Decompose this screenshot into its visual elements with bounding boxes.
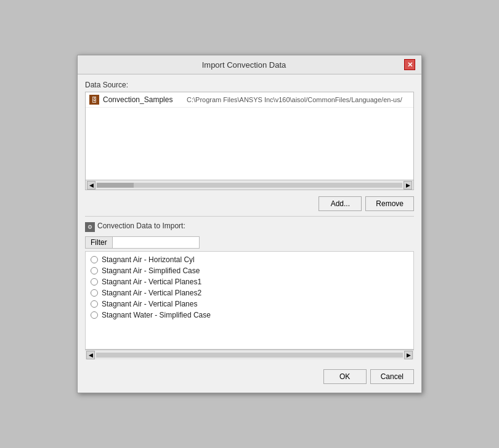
list-scroll-left-arrow[interactable]: ◀ [86,351,95,359]
filter-row: Filter [85,236,200,249]
radio-button[interactable] [91,311,98,319]
list-item[interactable]: Stagnant Air - Vertical Planes [86,298,413,310]
list-scroll-right-arrow[interactable]: ▶ [404,351,413,359]
convection-section: ⚙ Convection Data to Import: Filter Stag… [85,216,414,359]
convection-items-list[interactable]: Stagnant Air - Horizontal Cyl Stagnant A… [85,251,414,350]
radio-button[interactable] [91,256,98,263]
item-label: Stagnant Air - Vertical Planes2 [102,289,201,297]
add-button[interactable]: Add... [318,196,362,211]
datasource-icon: 🗄 [89,95,99,105]
radio-button[interactable] [91,289,98,297]
scroll-track[interactable] [97,183,402,188]
dialog-title: Import Convection Data [84,60,404,70]
datasource-scroll-area [86,108,413,180]
list-scroll-track[interactable] [96,353,403,358]
list-item[interactable]: Stagnant Water - Simplified Case [86,310,413,321]
datasource-name: Convection_Samples [103,95,183,104]
close-button[interactable]: ✕ [404,59,415,70]
import-convection-dialog: Import Convection Data ✕ Data Source: 🗄 … [77,55,422,393]
add-remove-buttons: Add... Remove [85,196,414,211]
cancel-button[interactable]: Cancel [370,369,414,384]
scroll-thumb [97,183,134,188]
filter-button[interactable]: Filter [86,237,113,248]
data-source-section: Data Source: 🗄 Convection_Samples C:\Pro… [85,81,414,190]
item-label: Stagnant Air - Simplified Case [102,266,200,275]
list-item[interactable]: Stagnant Air - Vertical Planes2 [86,287,413,298]
filter-input[interactable] [113,237,199,248]
list-item[interactable]: Stagnant Air - Simplified Case [86,265,413,276]
item-label: Stagnant Air - Vertical Planes1 [102,278,201,286]
datasource-path: C:\Program Files\ANSYS Inc\v160\aisol/Co… [187,96,402,103]
radio-button[interactable] [91,278,98,286]
item-label: Stagnant Air - Vertical Planes [102,300,197,308]
list-item[interactable]: Stagnant Air - Vertical Planes1 [86,276,413,287]
radio-button[interactable] [91,300,98,308]
data-source-row[interactable]: 🗄 Convection_Samples C:\Program Files\AN… [86,92,413,108]
data-source-label: Data Source: [85,81,414,89]
item-label: Stagnant Water - Simplified Case [102,311,211,319]
dialog-body: Data Source: 🗄 Convection_Samples C:\Pro… [78,74,421,393]
title-bar: Import Convection Data ✕ [78,55,421,74]
convection-icon: ⚙ [85,222,95,232]
scroll-right-arrow[interactable]: ▶ [404,181,412,190]
remove-button[interactable]: Remove [365,196,414,211]
ok-button[interactable]: OK [323,369,367,384]
scroll-left-arrow[interactable]: ◀ [87,181,95,190]
item-label: Stagnant Air - Horizontal Cyl [102,255,195,264]
footer-buttons: OK Cancel [85,364,414,386]
datasource-hscrollbar[interactable]: ◀ ▶ [86,180,413,190]
list-item[interactable]: Stagnant Air - Horizontal Cyl [86,254,413,265]
data-source-table: 🗄 Convection_Samples C:\Program Files\AN… [85,92,414,190]
convection-label-row: ⚙ Convection Data to Import: [85,222,414,233]
list-hscrollbar[interactable]: ◀ ▶ [85,350,414,359]
radio-button[interactable] [91,267,98,274]
convection-label: Convection Data to Import: [97,222,185,230]
